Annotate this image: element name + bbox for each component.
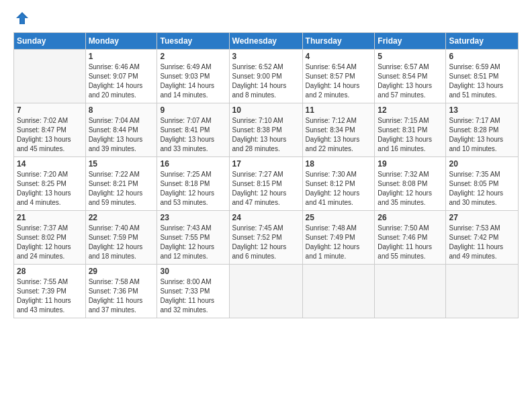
calendar-cell: 1Sunrise: 6:46 AM Sunset: 9:07 PM Daylig… [85,50,157,103]
calendar-cell: 13Sunrise: 7:17 AM Sunset: 8:28 PM Dayli… [446,103,519,157]
calendar-cell: 4Sunrise: 6:54 AM Sunset: 8:57 PM Daylig… [302,50,375,103]
day-number: 5 [378,52,443,61]
day-number: 4 [306,52,372,61]
calendar-cell: 6Sunrise: 6:59 AM Sunset: 8:51 PM Daylig… [446,50,519,103]
week-row-3: 14Sunrise: 7:20 AM Sunset: 8:25 PM Dayli… [14,157,519,211]
weekday-header-wednesday: Wednesday [229,33,302,50]
day-info: Sunrise: 7:45 AM Sunset: 7:52 PM Dayligh… [232,224,300,261]
weekday-header-sunday: Sunday [14,33,86,50]
day-number: 29 [89,267,154,276]
week-row-1: 1Sunrise: 6:46 AM Sunset: 9:07 PM Daylig… [14,50,519,103]
day-number: 19 [378,159,443,169]
day-number: 18 [306,159,372,169]
calendar-cell: 21Sunrise: 7:37 AM Sunset: 8:02 PM Dayli… [14,211,86,265]
calendar-cell: 15Sunrise: 7:22 AM Sunset: 8:21 PM Dayli… [85,157,157,211]
calendar-cell: 17Sunrise: 7:27 AM Sunset: 8:15 PM Dayli… [229,157,302,211]
weekday-header-monday: Monday [85,33,157,50]
calendar-cell: 14Sunrise: 7:20 AM Sunset: 8:25 PM Dayli… [14,157,86,211]
week-row-4: 21Sunrise: 7:37 AM Sunset: 8:02 PM Dayli… [14,211,519,265]
logo-icon [15,11,30,26]
day-number: 27 [449,213,515,222]
calendar-cell: 18Sunrise: 7:30 AM Sunset: 8:12 PM Dayli… [302,157,375,211]
page-header [13,11,519,26]
calendar-cell [302,265,375,318]
calendar-cell: 16Sunrise: 7:25 AM Sunset: 8:18 PM Dayli… [157,157,229,211]
day-number: 14 [17,159,83,169]
calendar-cell: 2Sunrise: 6:49 AM Sunset: 9:03 PM Daylig… [157,50,229,103]
day-info: Sunrise: 6:57 AM Sunset: 8:54 PM Dayligh… [378,62,443,100]
calendar-cell: 5Sunrise: 6:57 AM Sunset: 8:54 PM Daylig… [375,50,446,103]
calendar-cell: 20Sunrise: 7:35 AM Sunset: 8:05 PM Dayli… [446,157,519,211]
day-number: 21 [17,213,83,222]
calendar-cell: 10Sunrise: 7:10 AM Sunset: 8:38 PM Dayli… [229,103,302,157]
calendar-cell: 25Sunrise: 7:48 AM Sunset: 7:49 PM Dayli… [302,211,375,265]
day-info: Sunrise: 7:37 AM Sunset: 8:02 PM Dayligh… [17,224,83,261]
calendar-cell: 3Sunrise: 6:52 AM Sunset: 9:00 PM Daylig… [229,50,302,103]
day-info: Sunrise: 6:59 AM Sunset: 8:51 PM Dayligh… [449,62,515,100]
day-number: 7 [17,105,83,115]
day-info: Sunrise: 7:25 AM Sunset: 8:18 PM Dayligh… [160,170,226,208]
day-number: 3 [232,52,300,61]
day-info: Sunrise: 7:55 AM Sunset: 7:39 PM Dayligh… [17,277,83,315]
calendar-cell: 22Sunrise: 7:40 AM Sunset: 7:59 PM Dayli… [85,211,157,265]
calendar-table: SundayMondayTuesdayWednesdayThursdayFrid… [13,32,519,318]
day-info: Sunrise: 6:54 AM Sunset: 8:57 PM Dayligh… [306,62,372,100]
day-info: Sunrise: 7:50 AM Sunset: 7:46 PM Dayligh… [378,224,443,261]
day-number: 23 [160,213,226,222]
day-info: Sunrise: 7:32 AM Sunset: 8:08 PM Dayligh… [378,170,443,208]
day-number: 8 [89,105,154,115]
day-number: 11 [306,105,372,115]
calendar-cell: 27Sunrise: 7:53 AM Sunset: 7:42 PM Dayli… [446,211,519,265]
day-number: 28 [17,267,83,276]
calendar-cell: 12Sunrise: 7:15 AM Sunset: 8:31 PM Dayli… [375,103,446,157]
day-info: Sunrise: 7:07 AM Sunset: 8:41 PM Dayligh… [160,116,226,154]
weekday-header-saturday: Saturday [446,33,519,50]
calendar-cell: 29Sunrise: 7:58 AM Sunset: 7:36 PM Dayli… [85,265,157,318]
day-info: Sunrise: 7:27 AM Sunset: 8:15 PM Dayligh… [232,170,300,208]
day-number: 6 [449,52,515,61]
day-info: Sunrise: 7:20 AM Sunset: 8:25 PM Dayligh… [17,170,83,208]
day-number: 24 [232,213,300,222]
day-info: Sunrise: 6:52 AM Sunset: 9:00 PM Dayligh… [232,62,300,100]
day-info: Sunrise: 7:30 AM Sunset: 8:12 PM Dayligh… [306,170,372,208]
calendar-cell: 8Sunrise: 7:04 AM Sunset: 8:44 PM Daylig… [85,103,157,157]
day-info: Sunrise: 7:53 AM Sunset: 7:42 PM Dayligh… [449,224,515,261]
day-number: 9 [160,105,226,115]
logo [13,11,31,26]
weekday-header-row: SundayMondayTuesdayWednesdayThursdayFrid… [14,33,519,50]
week-row-2: 7Sunrise: 7:02 AM Sunset: 8:47 PM Daylig… [14,103,519,157]
week-row-5: 28Sunrise: 7:55 AM Sunset: 7:39 PM Dayli… [14,265,519,318]
day-info: Sunrise: 7:58 AM Sunset: 7:36 PM Dayligh… [89,277,154,315]
calendar-cell: 11Sunrise: 7:12 AM Sunset: 8:34 PM Dayli… [302,103,375,157]
day-info: Sunrise: 7:15 AM Sunset: 8:31 PM Dayligh… [378,116,443,154]
weekday-header-friday: Friday [375,33,446,50]
day-info: Sunrise: 7:04 AM Sunset: 8:44 PM Dayligh… [89,116,154,154]
day-info: Sunrise: 8:00 AM Sunset: 7:33 PM Dayligh… [160,277,226,315]
calendar-cell: 24Sunrise: 7:45 AM Sunset: 7:52 PM Dayli… [229,211,302,265]
day-number: 13 [449,105,515,115]
day-info: Sunrise: 7:02 AM Sunset: 8:47 PM Dayligh… [17,116,83,154]
day-number: 25 [306,213,372,222]
calendar-cell: 7Sunrise: 7:02 AM Sunset: 8:47 PM Daylig… [14,103,86,157]
day-number: 26 [378,213,443,222]
day-number: 12 [378,105,443,115]
calendar-cell: 26Sunrise: 7:50 AM Sunset: 7:46 PM Dayli… [375,211,446,265]
calendar-cell [14,50,86,103]
day-info: Sunrise: 7:48 AM Sunset: 7:49 PM Dayligh… [306,224,372,261]
calendar-cell: 30Sunrise: 8:00 AM Sunset: 7:33 PM Dayli… [157,265,229,318]
calendar-cell: 23Sunrise: 7:43 AM Sunset: 7:55 PM Dayli… [157,211,229,265]
day-number: 1 [89,52,154,61]
weekday-header-thursday: Thursday [302,33,375,50]
day-number: 16 [160,159,226,169]
day-number: 10 [232,105,300,115]
day-info: Sunrise: 7:22 AM Sunset: 8:21 PM Dayligh… [89,170,154,208]
day-info: Sunrise: 7:35 AM Sunset: 8:05 PM Dayligh… [449,170,515,208]
day-number: 15 [89,159,154,169]
calendar-cell [229,265,302,318]
day-number: 2 [160,52,226,61]
day-number: 30 [160,267,226,276]
day-info: Sunrise: 7:43 AM Sunset: 7:55 PM Dayligh… [160,224,226,261]
day-number: 17 [232,159,300,169]
calendar-cell: 19Sunrise: 7:32 AM Sunset: 8:08 PM Dayli… [375,157,446,211]
calendar-cell: 28Sunrise: 7:55 AM Sunset: 7:39 PM Dayli… [14,265,86,318]
